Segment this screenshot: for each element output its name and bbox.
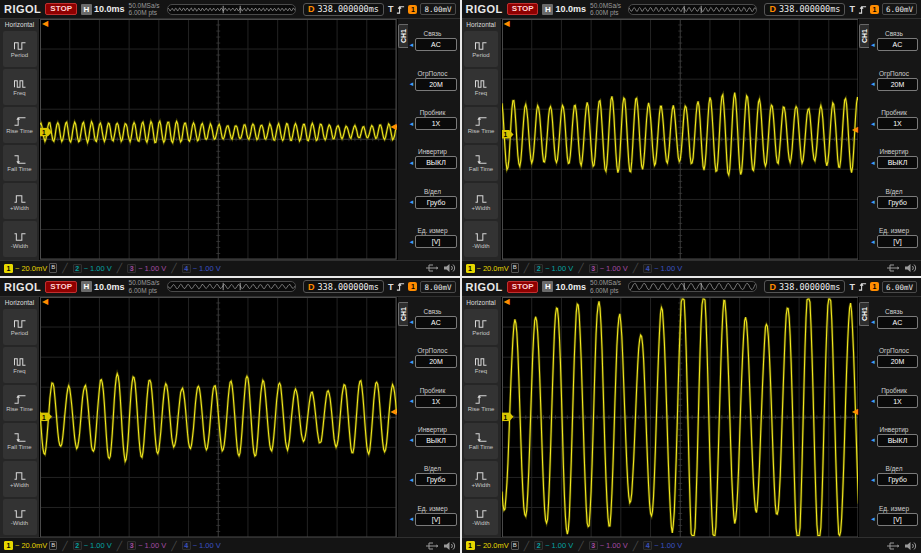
menu-item-period[interactable]: Period: [3, 31, 37, 67]
run-status-badge[interactable]: STOP: [507, 3, 539, 15]
waveform-preview-strip[interactable]: [167, 281, 296, 292]
menu-item-bandwidth-limit[interactable]: ОгрПолос ◄ 20M: [409, 70, 457, 91]
waveform-preview-strip[interactable]: [628, 281, 757, 292]
menu-item-freq[interactable]: Freq: [464, 347, 498, 383]
menu-item-fall-time[interactable]: Fall Time: [464, 423, 498, 459]
menu-item-coupling[interactable]: Связь ◄ AC: [409, 308, 457, 329]
speaker-icon[interactable]: [904, 541, 917, 551]
waveform-display[interactable]: ◀ 1 ◀: [502, 297, 859, 538]
menu-item-units[interactable]: Ед. измер ◄ [V]: [409, 505, 457, 526]
menu-item-probe[interactable]: Пробник ◄ 1X: [870, 109, 918, 130]
menu-item-coupling[interactable]: Связь ◄ AC: [409, 30, 457, 51]
waveform-display[interactable]: ◀ 1 ◀: [40, 19, 397, 260]
menu-item-period[interactable]: Period: [464, 31, 498, 67]
channel-3-status[interactable]: 3 ~ 1.00 V: [127, 541, 166, 550]
menu-item-volts-div[interactable]: В/дел ◄ Грубо: [870, 465, 918, 486]
speaker-icon[interactable]: [904, 263, 917, 273]
menu-item-plus-width[interactable]: +Width: [3, 183, 37, 219]
trigger-position-marker[interactable]: ◀: [504, 298, 510, 306]
menu-item-period[interactable]: Period: [3, 309, 37, 345]
channel-tab[interactable]: CH1: [398, 302, 408, 326]
menu-item-invert[interactable]: Инвертир ◄ ВЫКЛ: [870, 148, 918, 169]
menu-item-coupling[interactable]: Связь ◄ AC: [870, 30, 918, 51]
menu-item-minus-width[interactable]: -Width: [3, 221, 37, 257]
menu-item-freq[interactable]: Freq: [3, 69, 37, 105]
menu-item-minus-width[interactable]: -Width: [464, 221, 498, 257]
channel-2-status[interactable]: 2 ~ 1.00 V: [73, 541, 112, 550]
menu-item-volts-div[interactable]: В/дел ◄ Грубо: [870, 188, 918, 209]
menu-item-minus-width[interactable]: -Width: [3, 499, 37, 535]
usb-icon[interactable]: [425, 541, 438, 551]
channel-tab[interactable]: CH1: [859, 302, 869, 326]
menu-item-units[interactable]: Ед. измер ◄ [V]: [870, 227, 918, 248]
channel-4-status[interactable]: 4 ~ 1.00 V: [643, 541, 682, 550]
menu-item-volts-div[interactable]: В/дел ◄ Грубо: [409, 188, 457, 209]
horizontal-scale: H 10.0ms: [542, 281, 586, 292]
menu-item-invert[interactable]: Инвертир ◄ ВЫКЛ: [409, 426, 457, 447]
channel-2-status[interactable]: 2 ~ 1.00 V: [73, 264, 112, 273]
usb-icon[interactable]: [886, 263, 899, 273]
speaker-icon[interactable]: [443, 541, 456, 551]
menu-item-bandwidth-limit[interactable]: ОгрПолос ◄ 20M: [870, 70, 918, 91]
fall-time-icon: [473, 154, 489, 165]
menu-item-probe[interactable]: Пробник ◄ 1X: [409, 109, 457, 130]
run-status-badge[interactable]: STOP: [507, 281, 539, 293]
channel-4-status[interactable]: 4 ~ 1.00 V: [182, 264, 221, 273]
channel-scale: 1.00 V: [606, 541, 628, 550]
channel-1-status[interactable]: 1 ~ 20.0mV B: [4, 263, 57, 272]
menu-item-minus-width[interactable]: -Width: [464, 499, 498, 535]
waveform-preview-strip[interactable]: [628, 4, 757, 15]
trigger-level-marker[interactable]: ◀: [852, 126, 858, 134]
channel-number: 1: [466, 541, 475, 550]
channel-1-status[interactable]: 1 ~ 20.0mV B: [466, 263, 519, 272]
menu-item-bandwidth-limit[interactable]: ОгрПолос ◄ 20M: [870, 347, 918, 368]
menu-item-bandwidth-limit[interactable]: ОгрПолос ◄ 20M: [409, 347, 457, 368]
usb-icon[interactable]: [425, 263, 438, 273]
channel-1-status[interactable]: 1 ~ 20.0mV B: [466, 541, 519, 550]
speaker-icon[interactable]: [443, 263, 456, 273]
trigger-position-marker[interactable]: ◀: [42, 20, 48, 28]
menu-item-rise-time[interactable]: Rise Time: [3, 107, 37, 143]
trigger-position-marker[interactable]: ◀: [504, 20, 510, 28]
menu-item-plus-width[interactable]: +Width: [464, 461, 498, 497]
channel-3-status[interactable]: 3 ~ 1.00 V: [589, 541, 628, 550]
channel-2-status[interactable]: 2 ~ 1.00 V: [534, 541, 573, 550]
waveform-display[interactable]: ◀ 1 ◀: [40, 297, 397, 538]
trigger-level-marker[interactable]: ◀: [390, 408, 396, 416]
menu-item-rise-time[interactable]: Rise Time: [3, 385, 37, 421]
menu-item-invert[interactable]: Инвертир ◄ ВЫКЛ: [870, 426, 918, 447]
trigger-position-marker[interactable]: ◀: [42, 298, 48, 306]
trigger-level-marker[interactable]: ◀: [852, 408, 858, 416]
menu-item-units[interactable]: Ед. измер ◄ [V]: [409, 227, 457, 248]
usb-icon[interactable]: [886, 541, 899, 551]
trigger-level-marker[interactable]: ◀: [390, 123, 396, 131]
menu-item-freq[interactable]: Freq: [464, 69, 498, 105]
channel-tab[interactable]: CH1: [398, 24, 408, 48]
channel-2-status[interactable]: 2 ~ 1.00 V: [534, 264, 573, 273]
menu-item-probe[interactable]: Пробник ◄ 1X: [870, 387, 918, 408]
menu-item-invert[interactable]: Инвертир ◄ ВЫКЛ: [409, 148, 457, 169]
menu-item-plus-width[interactable]: +Width: [464, 183, 498, 219]
channel-4-status[interactable]: 4 ~ 1.00 V: [182, 541, 221, 550]
menu-item-freq[interactable]: Freq: [3, 347, 37, 383]
menu-item-fall-time[interactable]: Fall Time: [3, 145, 37, 181]
channel-tab[interactable]: CH1: [859, 24, 869, 48]
menu-item-fall-time[interactable]: Fall Time: [3, 423, 37, 459]
channel-4-status[interactable]: 4 ~ 1.00 V: [643, 264, 682, 273]
menu-item-fall-time[interactable]: Fall Time: [464, 145, 498, 181]
menu-item-plus-width[interactable]: +Width: [3, 461, 37, 497]
channel-1-status[interactable]: 1 ~ 20.0mV B: [4, 541, 57, 550]
menu-item-volts-div[interactable]: В/дел ◄ Грубо: [409, 465, 457, 486]
menu-item-probe[interactable]: Пробник ◄ 1X: [409, 387, 457, 408]
run-status-badge[interactable]: STOP: [45, 281, 77, 293]
waveform-preview-strip[interactable]: [167, 4, 296, 15]
menu-item-coupling[interactable]: Связь ◄ AC: [870, 308, 918, 329]
menu-item-rise-time[interactable]: Rise Time: [464, 385, 498, 421]
channel-3-status[interactable]: 3 ~ 1.00 V: [127, 264, 166, 273]
run-status-badge[interactable]: STOP: [45, 3, 77, 15]
menu-item-period[interactable]: Period: [464, 309, 498, 345]
waveform-display[interactable]: ◀ 1 ◀: [502, 19, 859, 260]
channel-3-status[interactable]: 3 ~ 1.00 V: [589, 264, 628, 273]
menu-item-rise-time[interactable]: Rise Time: [464, 107, 498, 143]
menu-item-units[interactable]: Ед. измер ◄ [V]: [870, 505, 918, 526]
